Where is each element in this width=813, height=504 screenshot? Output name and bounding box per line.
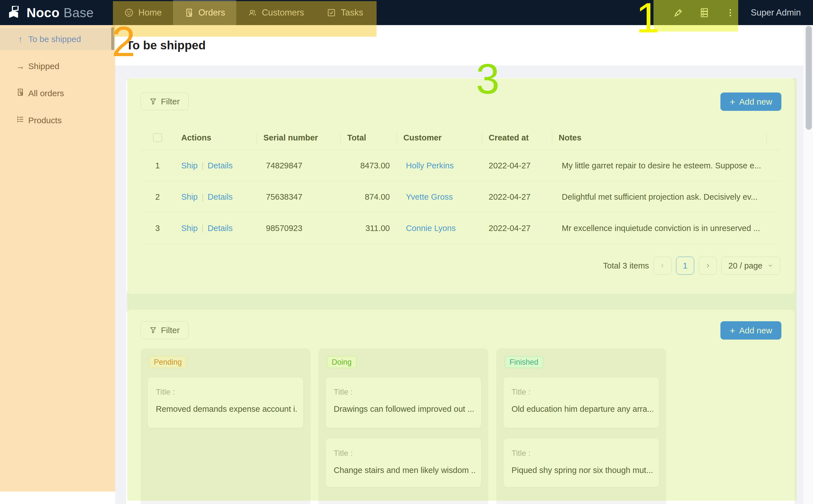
page-scrollbar-thumb[interactable] [806, 26, 812, 130]
tasks-kanban-block: Filter + Add new PendingTitle :Removed d… [126, 310, 795, 504]
action-separator: | [197, 161, 208, 170]
kanban-card[interactable]: Title :Piqued shy spring nor six though … [504, 439, 659, 487]
vertical-ellipsis-icon[interactable] [725, 7, 736, 18]
row-actions: Ship|Details [174, 192, 257, 202]
row-customer: Holly Perkins [397, 161, 482, 170]
row-created-at: 2022-04-27 [482, 161, 552, 170]
audit-file-icon [16, 88, 25, 98]
page-1-button[interactable]: 1 [676, 257, 694, 275]
status-tag-finished: Finished [505, 356, 543, 368]
column-header-Customer: Customer [397, 133, 482, 142]
sidebar-item-label: All orders [28, 89, 64, 98]
page-size-select[interactable]: 20 / page [721, 257, 780, 275]
user-menu[interactable]: Super Admin [751, 8, 801, 18]
chevron-down-icon [768, 263, 773, 268]
kanban-card[interactable]: Title :Old education him departure any a… [504, 377, 659, 428]
column-header-Actions: Actions [174, 133, 257, 142]
row-actions: Ship|Details [174, 224, 257, 233]
row-created-at: 2022-04-27 [482, 224, 552, 233]
sidebar-item-all-orders[interactable]: All orders [0, 82, 115, 104]
column-separator [397, 132, 397, 144]
prev-page-button[interactable] [654, 257, 672, 275]
order-file-icon [184, 8, 194, 17]
list-icon [16, 115, 25, 126]
row-notes: Delightful met sufficient projection ask… [552, 192, 766, 202]
details-link[interactable]: Details [208, 224, 233, 233]
kanban-card[interactable]: Title :Removed demands expense account i… [148, 377, 303, 428]
cube-logo-icon [8, 6, 23, 19]
customer-link[interactable]: Connie Lyons [406, 224, 456, 233]
status-tag-doing: Doing [327, 356, 357, 368]
top-navbar: NocoBase HomeOrdersCustomersTasks Super [0, 0, 813, 25]
filter-button[interactable]: Filter [140, 93, 188, 110]
row-serial-number: 75638347 [257, 192, 340, 202]
next-page-button[interactable] [699, 257, 717, 275]
plus-icon: + [730, 97, 735, 107]
details-link[interactable]: Details [208, 161, 233, 170]
plus-icon: + [730, 326, 735, 335]
row-customer: Connie Lyons [397, 224, 482, 233]
server-rack-icon[interactable] [699, 7, 710, 18]
orders-table: ActionsSerial numberTotalCustomerCreated… [140, 126, 780, 244]
ship-link[interactable]: Ship [181, 192, 197, 201]
nocobase-logo[interactable]: NocoBase [8, 0, 94, 25]
kanban-column-doing: DoingTitle :Drawings can followed improv… [318, 348, 488, 504]
row-total: 874.00 [340, 192, 397, 202]
kanban-card-title: Piqued shy spring nor six though mut... [511, 466, 653, 475]
add-new-button[interactable]: + Add new [720, 321, 781, 340]
nav-item-tasks[interactable]: Tasks [315, 0, 374, 25]
sidebar-item-label: To be shipped [28, 34, 81, 44]
kanban-card[interactable]: Title :Drawings can followed improved ou… [326, 377, 481, 428]
nav-item-home[interactable]: Home [113, 0, 173, 25]
kanban-card[interactable]: Title :Change stairs and men likely wisd… [326, 439, 481, 487]
chevron-right-icon [705, 263, 711, 269]
row-index: 3 [140, 224, 174, 233]
nav-item-label: Orders [198, 8, 225, 18]
kanban-card-field-label: Title : [511, 388, 530, 397]
pagination: Total 3 items 1 20 / page [603, 257, 780, 275]
page-scrollbar-track[interactable] [803, 25, 813, 504]
column-separator [552, 132, 552, 144]
table-row[interactable]: 2Ship|Details75638347874.00Yvette Gross2… [140, 181, 780, 213]
add-new-button[interactable]: + Add new [720, 93, 781, 111]
column-separator [766, 132, 767, 144]
ship-link[interactable]: Ship [181, 161, 197, 170]
nav-item-label: Tasks [341, 8, 363, 18]
row-notes: Mr excellence inquietude conviction is i… [552, 224, 766, 233]
sidebar-item-to-be-shipped[interactable]: ↑To be shipped [0, 28, 115, 50]
kanban-card-field-label: Title : [511, 449, 530, 458]
column-header-Total: Total [340, 133, 397, 142]
table-row[interactable]: 3Ship|Details98570923311.00Connie Lyons2… [140, 213, 780, 244]
kanban-card-field-label: Title : [334, 449, 353, 458]
sidebar-item-shipped[interactable]: →Shipped [0, 55, 115, 77]
action-separator: | [197, 224, 208, 233]
filter-button[interactable]: Filter [140, 321, 188, 339]
kanban-card-title: Old education him departure any arra... [511, 404, 653, 414]
funnel-icon [149, 326, 157, 334]
sidebar-scrollbar-thumb[interactable] [111, 27, 114, 50]
navbar-right-actions: Super Admin [673, 0, 801, 25]
nav-item-customers[interactable]: Customers [236, 0, 315, 25]
customer-link[interactable]: Holly Perkins [406, 161, 454, 170]
table-row[interactable]: 1Ship|Details748298478473.00Holly Perkin… [140, 150, 780, 181]
smile-icon [124, 8, 134, 17]
check-square-icon [327, 8, 336, 17]
action-separator: | [197, 192, 208, 201]
details-link[interactable]: Details [208, 192, 233, 201]
column-header-Notes: Notes [552, 133, 766, 142]
table-header-row: ActionsSerial numberTotalCustomerCreated… [140, 126, 780, 150]
logo-text-noco: Noco [27, 5, 60, 20]
row-serial-number: 74829847 [257, 161, 340, 170]
row-index: 1 [140, 161, 174, 170]
kanban-card-title: Drawings can followed improved out ... [334, 404, 475, 414]
nav-item-label: Home [138, 8, 162, 18]
sidebar-item-products[interactable]: Products [0, 109, 115, 131]
select-all-checkbox[interactable] [153, 133, 162, 142]
customer-link[interactable]: Yvette Gross [406, 192, 453, 201]
ship-link[interactable]: Ship [181, 224, 197, 233]
orders-table-block: Filter + Add new ActionsSerial numberTot… [126, 78, 795, 294]
sidebar: ↑To be shipped→ShippedAll ordersProducts [0, 25, 115, 504]
nav-item-orders[interactable]: Orders [173, 0, 237, 25]
highlighter-pen-icon[interactable] [673, 7, 684, 18]
main-nav-menu: HomeOrdersCustomersTasks [113, 0, 375, 25]
